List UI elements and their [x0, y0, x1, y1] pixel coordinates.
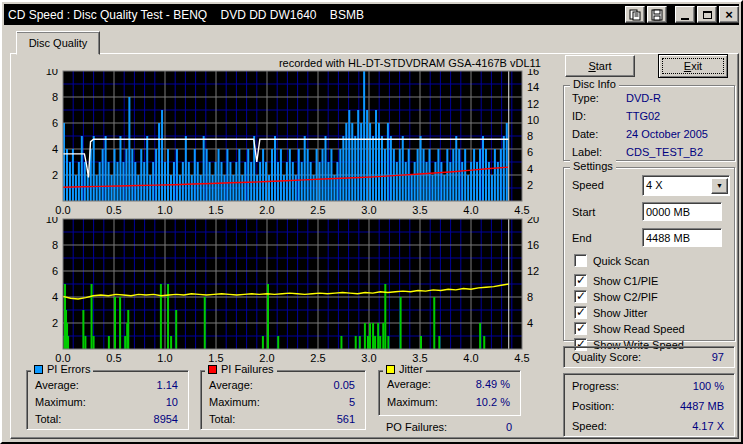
- svg-text:2.5: 2.5: [310, 352, 325, 364]
- checkbox-show-jitter[interactable]: ✓ Show Jitter: [574, 306, 647, 319]
- svg-text:4.0: 4.0: [463, 204, 478, 216]
- maximize-icon: [703, 11, 712, 19]
- disc-id-label: ID:: [572, 110, 586, 122]
- pif-average-value: 0.05: [334, 379, 355, 391]
- settings-group: Settings Speed 4 X ▼ Start 0000 MB End 4…: [563, 167, 735, 341]
- jitter-average-value: 8.49 %: [476, 378, 510, 390]
- svg-text:16: 16: [527, 69, 539, 77]
- svg-text:4: 4: [52, 291, 58, 303]
- svg-text:0.5: 0.5: [106, 352, 121, 364]
- minimize-icon: [681, 18, 689, 20]
- app-window: CD Speed : Disc Quality Test - BENQ DVD …: [0, 0, 743, 444]
- svg-text:0.0: 0.0: [55, 204, 70, 216]
- chevron-down-icon[interactable]: ▼: [711, 178, 728, 194]
- start-field[interactable]: 0000 MB: [642, 202, 722, 221]
- pi-errors-stats-panel: PI Errors Average: 1.14 Maximum: 10 Tota…: [26, 370, 189, 430]
- svg-text:20: 20: [527, 217, 539, 225]
- start-value: 0000 MB: [646, 206, 690, 218]
- speed-label: Speed: [572, 179, 604, 191]
- svg-text:0.5: 0.5: [106, 204, 121, 216]
- save-icon[interactable]: [647, 6, 667, 23]
- svg-text:1.0: 1.0: [157, 352, 172, 364]
- tab-disc-quality[interactable]: Disc Quality: [16, 31, 100, 55]
- pi-failures-stats-title: PI Failures: [205, 363, 277, 375]
- svg-text:4: 4: [527, 317, 533, 329]
- copy-pages-icon: [629, 9, 641, 21]
- checkbox-show-c2-pif[interactable]: ✓ Show C2/PIF: [574, 290, 658, 303]
- svg-text:2: 2: [527, 179, 533, 191]
- jitter-maximum-label: Maximum:: [387, 396, 438, 408]
- speed-value: 4 X: [643, 176, 710, 195]
- progress-label: Progress:: [572, 380, 619, 392]
- jitter-stats-title: Jitter: [383, 363, 426, 375]
- focus-rect: [662, 58, 724, 74]
- svg-text:2: 2: [52, 317, 58, 329]
- checkbox-show-read-speed[interactable]: ✓ Show Read Speed: [574, 322, 685, 335]
- end-value: 4488 MB: [646, 232, 690, 244]
- pi-errors-legend-icon: [34, 365, 43, 374]
- floppy-disk-icon: [651, 9, 663, 21]
- svg-text:4.0: 4.0: [463, 352, 478, 364]
- checkbox-icon[interactable]: ✓: [574, 306, 587, 319]
- svg-text:10: 10: [527, 114, 539, 126]
- disc-label-value: CDS_TEST_B2: [626, 146, 703, 158]
- copy-icon[interactable]: [625, 6, 645, 23]
- jitter-legend-icon: [386, 365, 395, 374]
- svg-text:1.0: 1.0: [157, 204, 172, 216]
- pif-average-label: Average:: [209, 379, 253, 391]
- pie-total-label: Total:: [35, 413, 61, 425]
- svg-text:6: 6: [52, 265, 58, 277]
- svg-text:2: 2: [52, 169, 58, 181]
- position-value: 4487 MB: [680, 400, 724, 412]
- svg-text:8: 8: [52, 91, 58, 103]
- checkbox-icon[interactable]: ✓: [574, 274, 587, 287]
- window-title: CD Speed : Disc Quality Test - BENQ DVD …: [8, 8, 623, 22]
- svg-text:12: 12: [527, 98, 539, 110]
- disc-type-label: Type:: [572, 92, 599, 104]
- svg-text:1.5: 1.5: [208, 204, 223, 216]
- svg-text:2.5: 2.5: [310, 204, 325, 216]
- quality-score-label: Quality Score:: [572, 351, 641, 363]
- disc-info-group: Disc Info Type: DVD-R ID: TTG02 Date: 24…: [563, 85, 735, 161]
- titlebar[interactable]: CD Speed : Disc Quality Test - BENQ DVD …: [4, 4, 739, 25]
- svg-text:4: 4: [52, 143, 58, 155]
- svg-text:2.0: 2.0: [259, 204, 274, 216]
- checkbox-quick-scan[interactable]: ✓ Quick Scan: [574, 254, 649, 267]
- checkbox-icon[interactable]: ✓: [574, 254, 587, 267]
- maximize-button[interactable]: [697, 6, 717, 23]
- checkbox-show-c1-pie[interactable]: ✓ Show C1/PIE: [574, 274, 658, 287]
- jitter-maximum-value: 10.2 %: [476, 396, 510, 408]
- svg-text:3.0: 3.0: [361, 352, 376, 364]
- svg-text:8: 8: [527, 291, 533, 303]
- svg-text:8: 8: [52, 239, 58, 251]
- quality-score-value: 97: [712, 351, 724, 363]
- po-failures-label: PO Failures:: [386, 421, 447, 433]
- minimize-button[interactable]: [675, 6, 695, 23]
- start-button[interactable]: Start: [565, 55, 635, 77]
- checkbox-icon[interactable]: ✓: [574, 290, 587, 303]
- disc-quality-panel: recorded with HL-DT-STDVDRAM GSA-4167B v…: [10, 53, 739, 439]
- position-label: Position:: [572, 400, 614, 412]
- pi-failures-jitter-chart: 246810481216200.00.51.01.52.02.53.03.54.…: [31, 217, 571, 365]
- exit-button[interactable]: Exit: [658, 54, 728, 78]
- close-button[interactable]: ×: [719, 6, 739, 23]
- end-field[interactable]: 4488 MB: [642, 228, 722, 247]
- close-icon: ×: [725, 10, 733, 20]
- svg-text:14: 14: [527, 81, 539, 93]
- disc-label-label: Label:: [572, 146, 602, 158]
- svg-text:4.5: 4.5: [514, 352, 529, 364]
- pi-errors-chart: 2468102468101214160.00.51.01.52.02.53.03…: [31, 69, 571, 217]
- progress-value: 100 %: [693, 380, 724, 392]
- settings-title: Settings: [570, 160, 616, 172]
- svg-text:3.0: 3.0: [361, 204, 376, 216]
- svg-text:4.5: 4.5: [514, 204, 529, 216]
- speed-readout-value: 4.17 X: [692, 420, 724, 432]
- disc-date-value: 24 October 2005: [626, 128, 708, 140]
- pie-average-label: Average:: [35, 379, 79, 391]
- pif-maximum-label: Maximum:: [209, 396, 260, 408]
- checkbox-icon[interactable]: ✓: [574, 322, 587, 335]
- pi-failures-stats-panel: PI Failures Average: 0.05 Maximum: 5 Tot…: [200, 370, 366, 430]
- speed-select[interactable]: 4 X ▼: [642, 175, 730, 196]
- pie-maximum-value: 10: [166, 396, 178, 408]
- svg-text:10: 10: [46, 217, 58, 225]
